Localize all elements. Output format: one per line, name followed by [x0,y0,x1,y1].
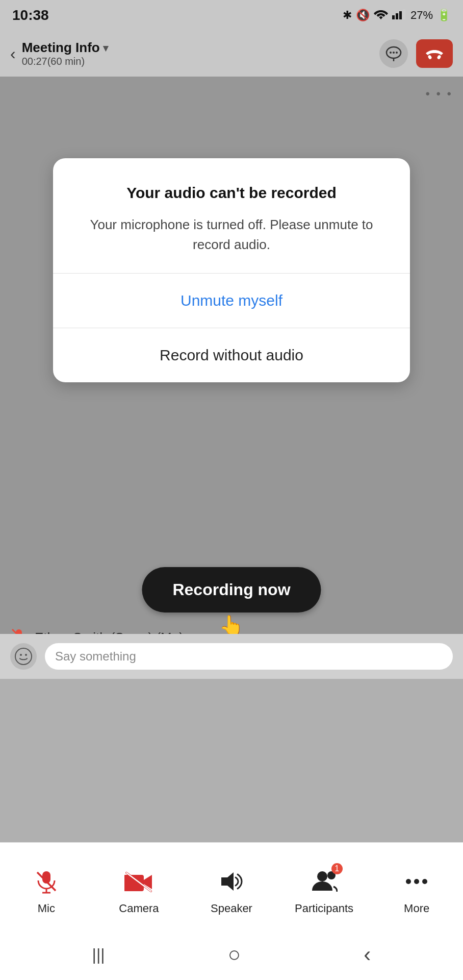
svg-rect-10 [436,55,441,59]
dialog-message: Your microphone is turned off. Please un… [73,215,390,255]
chat-area: Say something [0,634,463,679]
signal-icon [392,8,406,22]
more-icon [400,865,433,898]
svg-point-8 [396,52,398,54]
dialog-body: Your audio can't be recorded Your microp… [53,158,410,273]
svg-point-16 [20,654,22,656]
header-left: ‹ Meeting Info ▾ 00:27(60 min) [10,40,108,67]
wifi-icon [374,8,388,22]
status-bar: 10:38 ✱ 🔇 27% 🔋 [0,0,463,31]
chat-button[interactable] [379,39,408,68]
meeting-duration: 00:27(60 min) [22,56,108,67]
svg-point-28 [406,879,411,884]
meeting-info[interactable]: Meeting Info ▾ 00:27(60 min) [22,40,108,67]
bluetooth-icon: ✱ [343,9,352,22]
participants-icon: 1 [308,865,341,898]
participant-count: 1 [331,863,343,874]
bottom-toolbar: Mic Camera Speaker [0,842,463,929]
svg-point-15 [15,648,32,665]
unmute-myself-button[interactable]: Unmute myself [53,274,410,328]
mic-icon [30,865,63,898]
emoji-button[interactable] [10,643,37,670]
svg-marker-25 [221,872,234,891]
audio-dialog: Your audio can't be recorded Your microp… [53,158,410,382]
meeting-title: Meeting Info ▾ [22,40,108,56]
battery-text: 27% [410,9,433,22]
camera-label: Camera [119,902,159,915]
mic-label: Mic [38,902,55,915]
svg-rect-9 [427,55,432,59]
menu-nav-button[interactable]: ||| [92,945,105,964]
participants-toolbar-item[interactable]: 1 Participants [278,865,371,915]
svg-point-26 [317,871,327,881]
record-without-audio-button[interactable]: Record without audio [53,328,410,382]
home-nav-button[interactable]: ○ [228,942,241,967]
main-area: • • • Your audio can't be recorded Your … [0,77,463,679]
system-nav: ||| ○ ‹ [0,929,463,980]
mic-toolbar-item[interactable]: Mic [0,865,93,915]
back-nav-button[interactable]: ‹ [364,942,371,967]
speaker-toolbar-item[interactable]: Speaker [185,865,278,915]
speaker-label: Speaker [211,902,252,915]
svg-point-30 [422,879,427,884]
svg-rect-2 [399,11,402,19]
camera-icon [122,865,155,898]
battery-icon: 🔋 [437,9,451,22]
svg-point-29 [414,879,419,884]
recording-now-button[interactable]: Recording now [142,567,321,612]
participants-label: Participants [295,902,353,915]
camera-toolbar-item[interactable]: Camera [93,865,186,915]
status-icons: ✱ 🔇 27% 🔋 [343,8,451,22]
dialog-title: Your audio can't be recorded [73,183,390,203]
more-toolbar-item[interactable]: More [370,865,463,915]
mute-icon: 🔇 [356,9,370,22]
speaker-icon [215,865,248,898]
status-time: 10:38 [12,7,49,23]
svg-point-6 [390,52,392,54]
chat-input[interactable]: Say something [45,643,453,670]
svg-point-17 [25,654,27,656]
svg-point-7 [393,52,395,54]
svg-rect-1 [396,13,398,19]
svg-rect-0 [392,15,395,19]
more-label: More [404,902,429,915]
end-call-button[interactable] [416,39,453,68]
svg-rect-3 [403,9,405,19]
meeting-title-chevron: ▾ [103,42,108,54]
chat-placeholder: Say something [55,649,136,664]
back-button[interactable]: ‹ [10,44,16,63]
meeting-header: ‹ Meeting Info ▾ 00:27(60 min) [0,31,463,77]
header-right [379,39,453,68]
